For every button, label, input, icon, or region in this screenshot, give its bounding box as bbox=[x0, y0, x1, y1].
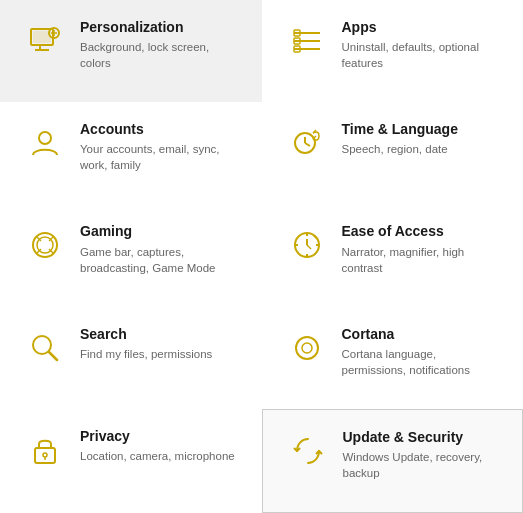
cortana-title: Cortana bbox=[342, 325, 504, 343]
svg-line-16 bbox=[305, 143, 310, 146]
apps-icon bbox=[286, 20, 328, 62]
personalization-title: Personalization bbox=[80, 18, 242, 36]
search-icon bbox=[24, 327, 66, 369]
svg-line-31 bbox=[307, 245, 311, 249]
svg-line-33 bbox=[49, 352, 57, 360]
accounts-icon bbox=[24, 122, 66, 164]
settings-item-accounts[interactable]: Accounts Your accounts, email, sync, wor… bbox=[0, 102, 262, 204]
time-language-subtitle: Speech, region, date bbox=[342, 141, 458, 157]
settings-item-apps[interactable]: Apps Uninstall, defaults, optional featu… bbox=[262, 0, 524, 102]
settings-grid: Personalization Background, lock screen,… bbox=[0, 0, 523, 513]
svg-point-34 bbox=[296, 337, 318, 359]
accounts-title: Accounts bbox=[80, 120, 242, 138]
personalization-subtitle: Background, lock screen, colors bbox=[80, 39, 242, 71]
gaming-title: Gaming bbox=[80, 222, 242, 240]
svg-point-13 bbox=[39, 132, 51, 144]
privacy-title: Privacy bbox=[80, 427, 235, 445]
ease-of-access-subtitle: Narrator, magnifier, high contrast bbox=[342, 244, 504, 276]
settings-item-personalization[interactable]: Personalization Background, lock screen,… bbox=[0, 0, 262, 102]
svg-point-37 bbox=[43, 453, 47, 457]
apps-title: Apps bbox=[342, 18, 504, 36]
apps-subtitle: Uninstall, defaults, optional features bbox=[342, 39, 504, 71]
personalization-icon bbox=[24, 20, 66, 62]
settings-item-cortana[interactable]: Cortana Cortana language, permissions, n… bbox=[262, 307, 524, 409]
svg-rect-36 bbox=[35, 448, 55, 463]
settings-item-update-security[interactable]: Update & Security Windows Update, recove… bbox=[262, 409, 524, 513]
cortana-icon bbox=[286, 327, 328, 369]
search-subtitle: Find my files, permissions bbox=[80, 346, 212, 362]
settings-item-gaming[interactable]: Gaming Game bar, captures, broadcasting,… bbox=[0, 204, 262, 306]
update-security-icon bbox=[287, 430, 329, 472]
privacy-icon bbox=[24, 429, 66, 471]
settings-item-privacy[interactable]: Privacy Location, camera, microphone bbox=[0, 409, 262, 513]
time-language-title: Time & Language bbox=[342, 120, 458, 138]
cortana-subtitle: Cortana language, permissions, notificat… bbox=[342, 346, 504, 378]
privacy-subtitle: Location, camera, microphone bbox=[80, 448, 235, 464]
gaming-subtitle: Game bar, captures, broadcasting, Game M… bbox=[80, 244, 242, 276]
svg-point-35 bbox=[302, 343, 312, 353]
update-security-title: Update & Security bbox=[343, 428, 503, 446]
search-title: Search bbox=[80, 325, 212, 343]
time-language-icon bbox=[286, 122, 328, 164]
settings-item-time-language[interactable]: Time & Language Speech, region, date bbox=[262, 102, 524, 204]
settings-item-search[interactable]: Search Find my files, permissions bbox=[0, 307, 262, 409]
update-security-subtitle: Windows Update, recovery, backup bbox=[343, 449, 503, 481]
gaming-icon bbox=[24, 224, 66, 266]
ease-of-access-title: Ease of Access bbox=[342, 222, 504, 240]
settings-item-ease-of-access[interactable]: Ease of Access Narrator, magnifier, high… bbox=[262, 204, 524, 306]
accounts-subtitle: Your accounts, email, sync, work, family bbox=[80, 141, 242, 173]
ease-of-access-icon bbox=[286, 224, 328, 266]
